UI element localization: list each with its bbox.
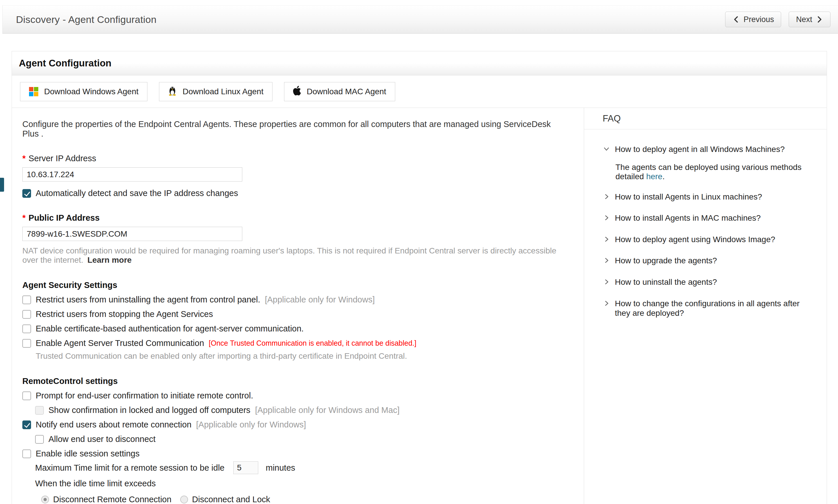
faq-item: How to deploy agent in all Windows Machi… — [603, 144, 809, 181]
minutes-label: minutes — [266, 463, 295, 473]
restrict-uninstall-row[interactable]: Restrict users from uninstalling the age… — [22, 295, 375, 305]
max-idle-input[interactable] — [233, 461, 258, 474]
here-link[interactable]: here — [646, 172, 662, 181]
faq-question-install-linux[interactable]: How to install Agents in Linux machines? — [603, 192, 809, 203]
remote-control-heading: RemoteControl settings — [22, 376, 566, 386]
faq-item: How to deploy agent using Windows Image? — [603, 235, 809, 245]
chevron-left-icon — [732, 15, 740, 23]
auto-detect-row[interactable]: Automatically detect and save the IP add… — [22, 188, 238, 198]
card-title: Agent Configuration — [19, 58, 111, 69]
chevron-right-icon — [603, 235, 610, 245]
faq-item: How to change the configurations in all … — [603, 299, 809, 318]
download-mac-agent-button[interactable]: Download MAC Agent — [284, 82, 395, 101]
auto-detect-checkbox[interactable] — [22, 189, 31, 198]
when-exceeds-label: When the idle time limit exceeds — [35, 479, 566, 488]
next-button[interactable]: Next — [789, 12, 831, 27]
chevron-right-icon — [816, 15, 823, 23]
required-asterisk: * — [22, 213, 25, 222]
faq-question-uninstall-agents[interactable]: How to uninstall the agents? — [603, 277, 809, 288]
trusted-communication-warning: [Once Trusted Communication is enabled, … — [209, 339, 416, 347]
faq-item: How to upgrade the agents? — [603, 256, 809, 267]
chevron-right-icon — [603, 192, 610, 203]
previous-button[interactable]: Previous — [725, 12, 781, 27]
linux-tux-icon — [168, 85, 177, 98]
auto-detect-label: Automatically detect and save the IP add… — [36, 188, 238, 198]
disconnect-and-lock-radio[interactable] — [180, 496, 188, 503]
show-confirmation-checkbox[interactable] — [35, 406, 44, 415]
download-linux-agent-label: Download Linux Agent — [182, 87, 263, 96]
chevron-right-icon — [603, 277, 610, 288]
faq-item: How to install Agents in MAC machines? — [603, 213, 809, 224]
faq-item: How to uninstall the agents? — [603, 277, 809, 288]
show-confirmation-row[interactable]: Show confirmation in locked and logged o… — [35, 406, 400, 415]
content-row: Configure the properties of the Endpoint… — [12, 108, 827, 504]
nat-note: NAT device configuration would be requir… — [22, 246, 566, 265]
required-asterisk: * — [22, 154, 25, 163]
public-ip-label: *Public IP Address — [22, 213, 566, 223]
notify-end-users-row[interactable]: Notify end users about remote connection… — [22, 420, 306, 430]
trusted-communication-checkbox[interactable] — [22, 339, 31, 348]
faq-question-change-configurations[interactable]: How to change the configurations in all … — [603, 299, 809, 318]
faq-question-upgrade-agents[interactable]: How to upgrade the agents? — [603, 256, 809, 267]
applicable-note: [Applicable only for Windows] — [196, 420, 306, 430]
learn-more-link[interactable]: Learn more — [87, 255, 132, 265]
faq-answer: The agents can be deployed using various… — [615, 163, 809, 181]
faq-list: How to deploy agent in all Windows Machi… — [584, 144, 827, 318]
faq-panel: FAQ How to deploy agent in all Windows M… — [584, 108, 827, 504]
prompt-confirmation-row[interactable]: Prompt for end-user confirmation to init… — [22, 391, 253, 400]
chevron-down-icon — [603, 144, 610, 155]
main-form-body: Configure the properties of the Endpoint… — [12, 108, 584, 504]
chevron-right-icon — [603, 256, 610, 267]
agent-security-heading: Agent Security Settings — [22, 281, 566, 290]
card-header: Agent Configuration — [12, 51, 827, 75]
intro-text: Configure the properties of the Endpoint… — [22, 120, 566, 139]
next-button-label: Next — [796, 15, 812, 24]
max-idle-label: Maximum Time limit for a remote session … — [35, 463, 225, 473]
allow-disconnect-checkbox[interactable] — [35, 435, 44, 444]
main-form-column: Configure the properties of the Endpoint… — [12, 108, 584, 504]
page-header: Discovery - Agent Configuration Previous… — [2, 5, 838, 34]
server-ip-label: *Server IP Address — [22, 154, 566, 163]
download-mac-agent-label: Download MAC Agent — [307, 87, 386, 96]
server-ip-input[interactable] — [22, 167, 242, 182]
wizard-nav: Previous Next — [725, 12, 831, 27]
faq-question-windows-image[interactable]: How to deploy agent using Windows Image? — [603, 235, 809, 245]
public-ip-input[interactable] — [22, 227, 242, 241]
prompt-confirmation-checkbox[interactable] — [22, 392, 31, 400]
faq-title: FAQ — [584, 108, 827, 129]
disconnect-and-lock-option[interactable]: Disconnect and Lock — [180, 495, 270, 504]
agent-configuration-card: Agent Configuration Download Windows Age… — [12, 51, 827, 504]
applicable-note: [Applicable only for Windows and Mac] — [255, 406, 400, 415]
side-panel-tab[interactable] — [0, 178, 4, 192]
previous-button-label: Previous — [744, 15, 774, 24]
apple-logo-icon — [293, 86, 301, 97]
trusted-communication-row[interactable]: Enable Agent Server Trusted Communicatio… — [22, 338, 416, 348]
faq-question-install-mac[interactable]: How to install Agents in MAC machines? — [603, 213, 809, 224]
allow-disconnect-row[interactable]: Allow end user to disconnect — [35, 434, 156, 444]
notify-end-users-checkbox[interactable] — [22, 420, 31, 429]
max-idle-row: Maximum Time limit for a remote session … — [35, 461, 566, 474]
cert-auth-row[interactable]: Enable certificate-based authentication … — [22, 324, 304, 334]
page-title: Discovery - Agent Configuration — [16, 14, 725, 25]
faq-item: How to install Agents in Linux machines? — [603, 192, 809, 203]
idle-session-row[interactable]: Enable idle session settings — [22, 449, 140, 458]
download-windows-agent-button[interactable]: Download Windows Agent — [20, 82, 147, 101]
download-buttons-row: Download Windows Agent Download Linux Ag… — [12, 75, 827, 108]
restrict-stop-services-row[interactable]: Restrict users from stopping the Agent S… — [22, 309, 213, 319]
applicable-note: [Applicable only for Windows] — [265, 295, 375, 305]
idle-action-radio-group: Disconnect Remote Connection Disconnect … — [41, 495, 566, 504]
faq-question-deploy-windows[interactable]: How to deploy agent in all Windows Machi… — [603, 144, 809, 155]
cert-auth-checkbox[interactable] — [22, 324, 31, 333]
chevron-right-icon — [603, 299, 610, 309]
disconnect-remote-option[interactable]: Disconnect Remote Connection — [41, 495, 172, 504]
restrict-uninstall-checkbox[interactable] — [22, 295, 31, 304]
idle-session-checkbox[interactable] — [22, 449, 31, 458]
disconnect-remote-radio[interactable] — [41, 496, 49, 503]
restrict-stop-services-checkbox[interactable] — [22, 310, 31, 319]
trusted-communication-subnote: Trusted Communication can be enabled onl… — [36, 352, 566, 361]
download-linux-agent-button[interactable]: Download Linux Agent — [159, 82, 273, 101]
chevron-right-icon — [603, 213, 610, 224]
download-windows-agent-label: Download Windows Agent — [44, 87, 138, 96]
windows-logo-icon — [29, 87, 38, 96]
